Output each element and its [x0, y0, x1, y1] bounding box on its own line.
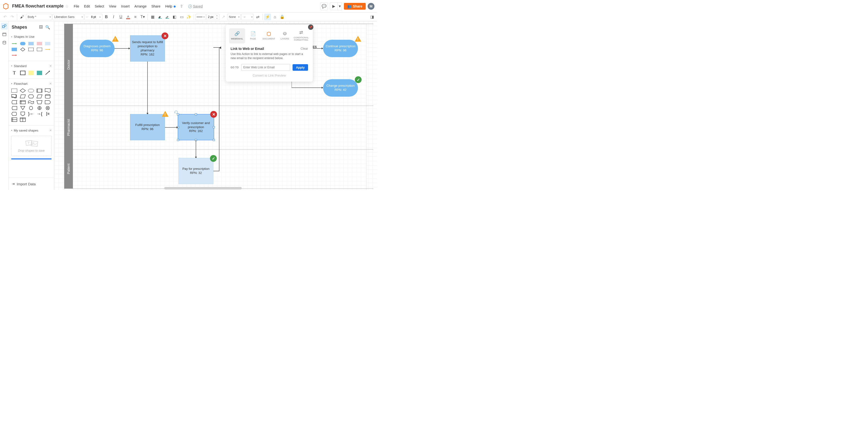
bold-button[interactable]: B [103, 13, 110, 20]
close-section-icon[interactable]: × [50, 64, 52, 68]
comment-icon[interactable]: 💬 [320, 2, 328, 10]
fc-off-page[interactable] [20, 112, 26, 116]
shape-block[interactable] [36, 71, 42, 75]
padlock-button[interactable]: 🔒 [279, 13, 285, 20]
fill-button[interactable]: ▦ [149, 13, 156, 20]
clear-button[interactable]: Clear [301, 47, 308, 51]
browser-rail-icon[interactable] [1, 31, 8, 38]
fc-or[interactable] [36, 106, 42, 110]
flip-line-button[interactable]: ⇄ [254, 13, 261, 20]
shape-diamond[interactable] [20, 47, 26, 52]
link-input[interactable] [241, 64, 290, 71]
shapes-image-icon[interactable]: 🖼 [37, 24, 44, 31]
shape-note[interactable] [28, 71, 34, 75]
user-avatar[interactable]: M [368, 3, 374, 10]
fc-brace-right[interactable]: }← [28, 112, 34, 116]
section-my-saved[interactable]: ▾ My saved shapes × [9, 126, 54, 134]
fc-stored2[interactable] [11, 106, 18, 110]
fc-predefined[interactable] [36, 88, 42, 93]
underline-button[interactable]: U [118, 13, 124, 20]
shape-pink-rect[interactable] [36, 41, 42, 46]
import-data-button[interactable]: ⇥ Import Data [9, 178, 54, 190]
saved-status[interactable]: 🕒 Saved [188, 4, 203, 8]
menu-arrange[interactable]: Arrange [132, 3, 149, 9]
fc-merge[interactable] [20, 106, 26, 110]
fc-internal[interactable] [20, 100, 26, 104]
connector[interactable] [115, 48, 130, 50]
typeface-select[interactable]: Liberation Sans [53, 14, 84, 20]
node-diagnose[interactable]: Diagnoses problem RPN: 96 [80, 40, 115, 57]
node-send[interactable]: Sends request to fulfill prescription to… [130, 35, 165, 62]
fc-swimlane-v[interactable] [20, 118, 26, 122]
shape-blue-solid[interactable] [11, 47, 18, 52]
fc-tape[interactable] [28, 100, 34, 104]
data-rail-icon[interactable] [1, 39, 8, 46]
line-width-input[interactable] [207, 14, 215, 20]
redo-button[interactable]: ↷ [9, 13, 16, 20]
selection-handle[interactable] [195, 114, 197, 115]
fc-multi-doc[interactable] [11, 94, 18, 99]
connector[interactable] [213, 47, 221, 172]
fc-display[interactable] [11, 112, 18, 116]
line-style-select[interactable]: ▾ [195, 14, 206, 20]
node-change[interactable]: Change prescription RPN: 42 [323, 79, 358, 97]
present-button[interactable]: ▶ [330, 2, 338, 10]
section-standard[interactable]: ▾ Standard × [9, 62, 54, 70]
fc-connector[interactable] [28, 106, 34, 110]
menu-share[interactable]: Share [149, 3, 163, 9]
pin-icon[interactable]: 📌 [308, 25, 313, 30]
connector-arrowhead-up[interactable] [219, 46, 223, 49]
line-width-up[interactable]: ▴ [215, 14, 219, 17]
line-start-button[interactable]: ↗ [220, 13, 227, 20]
section-flowchart[interactable]: ▾ Flowchart × [9, 80, 54, 88]
present-dropdown[interactable]: ▾ [338, 2, 342, 10]
shape-green-arrow[interactable] [11, 41, 18, 46]
swimlane-patient[interactable]: Patient [64, 149, 73, 188]
section-shapes-in-use[interactable]: ▾ Shapes In Use [9, 33, 54, 40]
fc-terminator[interactable] [28, 88, 34, 93]
shapes-search-icon[interactable]: 🔍 [44, 24, 51, 31]
node-fulfill[interactable]: Fulfill prescription RPN: 96 [130, 114, 165, 140]
swimlane-doctor[interactable]: Doctor [64, 24, 73, 105]
apply-button[interactable]: Apply [292, 64, 308, 71]
menu-file[interactable]: File [71, 3, 82, 9]
menu-insert[interactable]: Insert [119, 3, 132, 9]
fc-stored[interactable] [11, 100, 18, 104]
share-button[interactable]: 👥 Share [344, 3, 366, 10]
shape-blue-terminal[interactable] [20, 41, 26, 46]
lock-button[interactable]: ⌂ [272, 13, 278, 20]
shapes-rail-icon[interactable] [1, 23, 8, 30]
document-title[interactable]: FMEA flowchart example [12, 4, 63, 9]
fc-delay[interactable] [44, 100, 51, 104]
menu-view[interactable]: View [106, 3, 119, 9]
tab-conditional[interactable]: ⇄ CONDITIONAL FORMATTING [293, 28, 310, 43]
tab-document[interactable]: DOCUMENT [261, 28, 277, 43]
font-size-decrease[interactable]: − [85, 14, 89, 20]
fc-note[interactable]: [≡ [44, 112, 51, 116]
line-end-none-select[interactable]: None [227, 14, 241, 20]
border-color-button[interactable] [164, 13, 170, 20]
shape-rect[interactable] [20, 71, 26, 75]
shape-line-arrow[interactable] [44, 71, 51, 75]
node-continue[interactable]: Continue prescription RPN: 96 [323, 40, 358, 57]
selection-handle[interactable] [177, 139, 179, 141]
font-size-increase[interactable]: + [98, 14, 102, 20]
connector[interactable] [147, 62, 149, 115]
saved-shapes-dropzone[interactable]: T Drop shapes to save [11, 136, 52, 156]
align-button[interactable]: ≡ [132, 13, 139, 20]
line-arrow-select[interactable]: → [241, 14, 254, 20]
italic-button[interactable]: I [110, 13, 117, 20]
shape-options-button[interactable]: ▭ [178, 13, 185, 20]
fc-database[interactable] [44, 94, 51, 99]
font-color-button[interactable]: A [125, 13, 131, 20]
tab-layers[interactable]: LAYERS [277, 28, 293, 43]
horizontal-scrollbar[interactable] [164, 187, 242, 189]
fc-decision[interactable] [20, 88, 26, 93]
menu-select[interactable]: Select [92, 3, 106, 9]
fc-document[interactable] [44, 88, 51, 93]
node-verify-selected[interactable]: Verify customer and prescription RPN: 16… [178, 114, 214, 140]
upgrade-icon[interactable]: ⇧ [180, 4, 183, 8]
saved-shapes-scrollbar[interactable] [11, 158, 52, 159]
connector[interactable] [195, 140, 197, 159]
shape-style-button[interactable]: ◧ [171, 13, 178, 20]
